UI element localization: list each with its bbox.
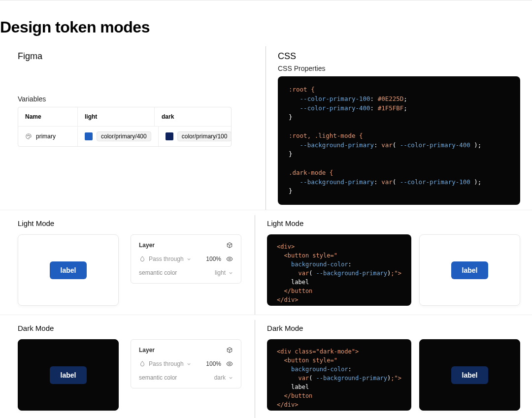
variables-table: Name light dark primary color/primary/40…: [18, 107, 232, 147]
blend-drop-icon: [139, 360, 146, 367]
svg-point-2: [30, 135, 30, 136]
page-title: Design token modes: [0, 18, 532, 36]
dark-preview-card-css: label: [419, 339, 520, 411]
preview-button-light[interactable]: label: [50, 261, 87, 279]
swatch-dark: [166, 132, 173, 140]
preview-button-dark[interactable]: label: [50, 366, 87, 384]
css-properties-code: :root { --color-primary-100: #0E225D; --…: [278, 76, 520, 205]
figma-heading: Figma: [18, 51, 254, 62]
opacity-value[interactable]: 100%: [206, 360, 221, 367]
dark-preview-card: label: [18, 339, 119, 411]
col-name: Name: [18, 107, 77, 126]
chevron-down-icon[interactable]: [229, 271, 233, 275]
blend-mode[interactable]: Pass through: [149, 256, 184, 262]
var-name-cell: primary: [18, 127, 77, 146]
col-dark: dark: [154, 107, 231, 126]
chevron-down-icon[interactable]: [187, 257, 191, 261]
chevron-down-icon[interactable]: [187, 362, 191, 366]
figma-column: Figma Variables Name light dark primary …: [0, 46, 266, 210]
chevron-down-icon[interactable]: [229, 376, 233, 380]
blend-mode[interactable]: Pass through: [149, 360, 184, 367]
variables-label: Variables: [18, 95, 254, 103]
semantic-color-label: semantic color: [139, 269, 177, 276]
var-name: primary: [36, 133, 56, 140]
light-mode-title-css: Light Mode: [267, 219, 520, 227]
semantic-color-value[interactable]: light: [215, 269, 226, 276]
light-token: color/primary/400: [97, 131, 151, 141]
layer-panel-light: Layer Pass through 100% semantic col: [131, 234, 241, 284]
light-mode-code: <div> <button style=" background-color: …: [267, 234, 411, 306]
light-preview-card-css: label: [419, 234, 520, 306]
dark-mode-code: <div class="dark-mode"> <button style=" …: [267, 339, 411, 411]
preview-button-light-css[interactable]: label: [451, 261, 489, 279]
table-header: Name light dark: [18, 107, 231, 127]
dark-token: color/primary/100: [177, 131, 232, 141]
semantic-color-value[interactable]: dark: [214, 374, 226, 381]
variable-icon[interactable]: [226, 242, 233, 249]
light-value-cell: color/primary/400: [77, 127, 158, 146]
eye-icon[interactable]: [226, 360, 233, 367]
swatch-light: [85, 132, 93, 140]
col-light: light: [77, 107, 154, 126]
dark-mode-title-css: Dark Mode: [267, 324, 520, 332]
svg-point-4: [229, 363, 231, 365]
dark-mode-title: Dark Mode: [18, 324, 243, 332]
css-props-heading: CSS Properties: [278, 64, 520, 72]
css-column: CSS CSS Properties :root { --color-prima…: [266, 46, 532, 210]
preview-button-dark-css[interactable]: label: [451, 366, 489, 384]
css-dark-section: Dark Mode <div class="dark-mode"> <butto…: [255, 320, 532, 418]
eye-icon[interactable]: [226, 256, 233, 262]
layer-title: Layer: [139, 242, 155, 249]
css-light-section: Light Mode <div> <button style=" backgro…: [255, 215, 532, 315]
dark-value-cell: color/primary/100: [158, 127, 239, 146]
layer-title: Layer: [139, 347, 155, 354]
figma-dark-section: Dark Mode label Layer Pass through: [0, 320, 255, 418]
svg-point-3: [229, 258, 231, 260]
table-row: primary color/primary/400 color/primary/…: [18, 127, 231, 146]
light-mode-title: Light Mode: [18, 219, 243, 227]
opacity-value[interactable]: 100%: [206, 256, 221, 262]
light-preview-card: label: [18, 234, 119, 306]
layer-panel-dark: Layer Pass through 100% semantic col: [131, 339, 241, 388]
blend-drop-icon: [139, 256, 146, 262]
svg-point-1: [28, 135, 29, 135]
palette-icon: [25, 133, 32, 140]
figma-light-section: Light Mode label Layer Pass through: [0, 215, 255, 315]
css-heading: CSS: [278, 51, 520, 62]
variable-icon[interactable]: [226, 347, 233, 354]
svg-point-0: [27, 135, 28, 136]
semantic-color-label: semantic color: [139, 374, 177, 381]
